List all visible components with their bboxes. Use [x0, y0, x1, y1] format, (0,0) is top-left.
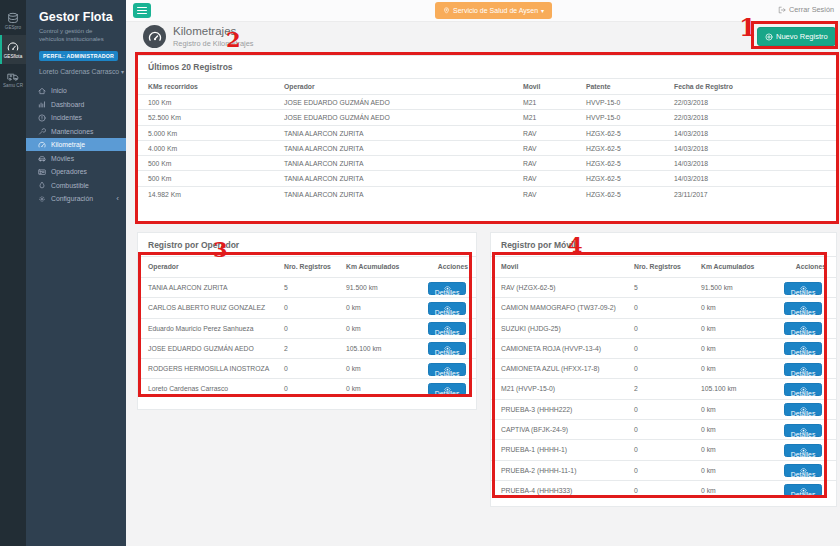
detalles-button[interactable]: Detalles	[784, 363, 822, 376]
sidebar-item-label: Dashboard	[51, 101, 84, 108]
profile-badge: PERFIL: ADMINISTRADOR	[39, 51, 118, 61]
rail-app-gespro[interactable]: GESpro	[0, 6, 26, 35]
detalles-button[interactable]: Detalles	[784, 444, 822, 457]
sidebar-item-combustible[interactable]: Combustible	[26, 178, 126, 192]
chevron-left-icon: ‹	[116, 195, 119, 203]
sidebar-item-label: Móviles	[51, 155, 74, 162]
user-dropdown[interactable]: Loreto Cardenas Carrasco ▾	[39, 68, 114, 75]
cell-movil: CAMIONETA AZUL (HFXX-17-8)	[501, 359, 600, 379]
cell-movil: RAV	[523, 187, 536, 202]
column-header: Nro. Registros	[634, 257, 681, 277]
sidebar-item-incidentes[interactable]: Incidentes	[26, 111, 126, 125]
app-rail: GESpro GESflota Samu CR	[0, 0, 26, 546]
cell-km: 91.500 km	[701, 278, 733, 298]
cell-patente: HZGX-62-5	[586, 187, 621, 202]
detalles-button[interactable]: Detalles	[784, 282, 822, 295]
cell-operador: CARLOS ALBERTO RUIZ GONZALEZ	[148, 298, 265, 318]
detalles-button[interactable]: Detalles	[784, 424, 822, 437]
cell-operador: RODGERS HERMOSILLA INOSTROZA	[148, 359, 269, 379]
sidebar-item-kilometraje[interactable]: Kilometraje	[26, 138, 126, 152]
organization-button[interactable]: Servicio de Salud de Aysen ▾	[435, 2, 552, 19]
user-name: Loreto Cardenas Carrasco	[39, 68, 119, 75]
rail-app-samucr[interactable]: Samu CR	[0, 64, 26, 93]
brand-tagline: Control y gestión de vehículos instituci…	[39, 27, 114, 44]
cell-operador: TANIA ALARCON ZURITA	[284, 156, 363, 171]
detalles-button[interactable]: Detalles	[784, 342, 822, 355]
cell-kms: 4.000 Km	[148, 141, 177, 156]
rail-app-gesflota[interactable]: GESflota	[0, 35, 26, 64]
cell-kms: 52.500 Km	[148, 110, 181, 125]
table-row: 5.000 Km TANIA ALARCON ZURITA RAV HZGX-6…	[138, 125, 836, 140]
sidebar-item-inicio[interactable]: Inicio	[26, 84, 126, 98]
database-icon	[7, 12, 19, 24]
cell-kms: 5.000 Km	[148, 126, 177, 141]
cell-patente: HVVP-15-0	[586, 110, 620, 125]
detalles-button[interactable]: Detalles	[428, 282, 466, 295]
sidebar-item-moviles[interactable]: Móviles	[26, 151, 126, 165]
cell-fecha: 14/03/2018	[674, 156, 708, 171]
detalles-button[interactable]: Detalles	[428, 302, 466, 315]
table-row: Eduardo Mauricio Perez Sanhueza 0 0 km D…	[138, 318, 476, 338]
map-marker-icon	[443, 7, 450, 14]
cell-movil: PRUEBA-3 (HHHH222)	[501, 400, 572, 420]
sidebar-nav: Inicio Dashboard Incidentes Mantenciones…	[26, 84, 126, 206]
cell-km: 0 km	[701, 481, 716, 501]
cell-registros: 0	[634, 359, 638, 379]
cell-operador: Loreto Cardenas Carrasco	[148, 379, 228, 399]
cell-registros: 0	[284, 298, 288, 318]
detalles-button[interactable]: Detalles	[784, 302, 822, 315]
table-row: PRUEBA-2 (HHHH-11-1) 0 0 km Detalles	[491, 460, 836, 480]
cell-fecha: 14/03/2018	[674, 171, 708, 186]
new-record-label: Nuevo Registro	[776, 32, 828, 41]
sidebar-item-mantenciones[interactable]: Mantenciones	[26, 124, 126, 138]
speedometer-icon	[148, 30, 162, 44]
sidebar-item-operadores[interactable]: Operadores	[26, 165, 126, 179]
brand-title: Gestor Flota	[39, 10, 114, 24]
detalles-button[interactable]: Detalles	[428, 363, 466, 376]
menu-toggle-button[interactable]	[133, 3, 151, 18]
cell-km: 0 km	[701, 298, 716, 318]
sidebar-item-configuracion[interactable]: Configuración ‹	[26, 192, 126, 206]
card-title: Registro por Móvil	[491, 233, 836, 257]
fuel-icon	[38, 181, 46, 189]
id-card-icon	[38, 168, 46, 176]
page-icon-badge	[143, 25, 166, 48]
table-row: M21 (HVVP-15-0) 2 105.100 km Detalles	[491, 378, 836, 398]
cell-km: 0 km	[701, 339, 716, 359]
cell-operador: TANIA ALARCON ZURITA	[284, 171, 363, 186]
cell-operador: JOSE EDUARDO GUZMÁN AEDO	[284, 110, 390, 125]
sidebar-item-dashboard[interactable]: Dashboard	[26, 97, 126, 111]
table-row: CAPTIVA (BFJK-24-9) 0 0 km Detalles	[491, 419, 836, 439]
detalles-label: Detalles	[435, 384, 460, 404]
cell-registros: 0	[634, 481, 638, 501]
detalles-button[interactable]: Detalles	[784, 484, 822, 497]
logout-button[interactable]: Cerrar Sesión	[778, 5, 834, 14]
new-record-button[interactable]: Nuevo Registro	[757, 27, 836, 46]
table-body: TANIA ALARCON ZURITA 5 91.500 km Detalle…	[138, 277, 476, 399]
table-row: PRUEBA-1 (HHHH-1) 0 0 km Detalles	[491, 439, 836, 459]
detalles-button[interactable]: Detalles	[784, 464, 822, 477]
cell-fecha: 14/03/2018	[674, 126, 708, 141]
cell-km: 105.100 km	[701, 379, 737, 399]
table-row: PRUEBA-4 (HHHH333) 0 0 km Detalles	[491, 480, 836, 500]
cell-fecha: 14/03/2018	[674, 141, 708, 156]
table-row: CAMIONETA ROJA (HVVP-13-4) 0 0 km Detall…	[491, 338, 836, 358]
cell-km: 0 km	[701, 440, 716, 460]
cell-movil: CAPTIVA (BFJK-24-9)	[501, 420, 568, 440]
rail-app-label: GESpro	[5, 25, 21, 30]
cell-registros: 0	[284, 319, 288, 339]
cell-fecha: 22/03/2018	[674, 95, 708, 110]
sidebar-item-label: Kilometraje	[51, 141, 85, 148]
detalles-button[interactable]: Detalles	[784, 403, 822, 416]
detalles-button[interactable]: Detalles	[784, 322, 822, 335]
cell-kms: 500 Km	[148, 171, 171, 186]
detalles-button[interactable]: Detalles	[428, 342, 466, 355]
column-header: Movil	[501, 257, 518, 277]
detalles-button[interactable]: Detalles	[428, 383, 466, 396]
detalles-button[interactable]: Detalles	[784, 383, 822, 396]
wrench-icon	[38, 127, 46, 135]
table-row: RAV (HZGX-62-5) 5 91.500 km Detalles	[491, 277, 836, 297]
detalles-button[interactable]: Detalles	[428, 322, 466, 335]
table-row: PRUEBA-3 (HHHH222) 0 0 km Detalles	[491, 399, 836, 419]
cell-km: 0 km	[346, 359, 361, 379]
